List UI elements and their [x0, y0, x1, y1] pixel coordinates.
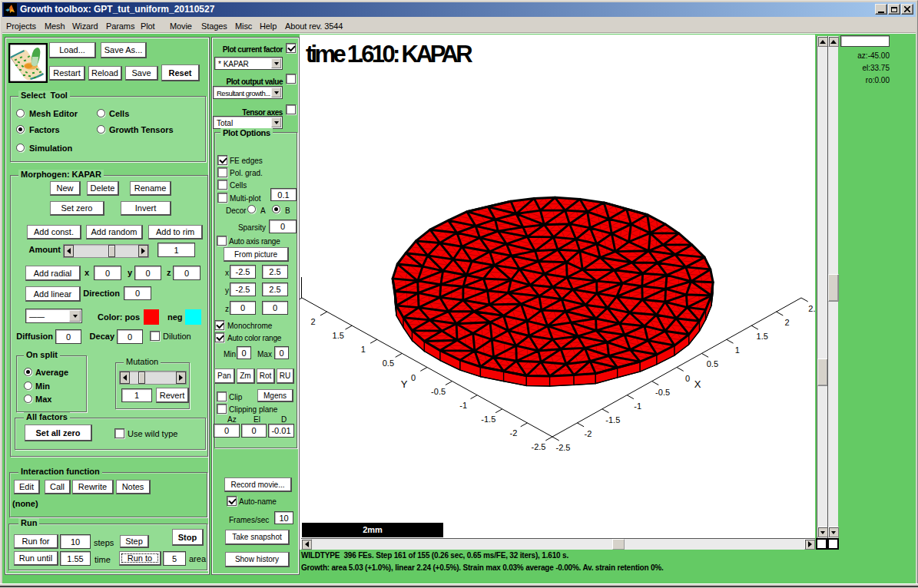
- svg-text:-0.5: -0.5: [655, 388, 670, 397]
- svg-text:-0.5: -0.5: [431, 387, 446, 396]
- svg-text:1.5: 1.5: [333, 331, 344, 340]
- svg-text:-2: -2: [585, 429, 592, 438]
- svg-text:1: 1: [361, 345, 366, 354]
- svg-text:0: 0: [685, 374, 690, 383]
- svg-text:1: 1: [735, 345, 740, 355]
- svg-text:0: 0: [411, 373, 416, 382]
- svg-text:-1.5: -1.5: [481, 415, 495, 424]
- svg-text:2: 2: [311, 317, 316, 326]
- svg-text:-2: -2: [510, 428, 518, 438]
- svg-text:-1: -1: [634, 401, 641, 411]
- svg-text:-1.5: -1.5: [605, 415, 620, 424]
- svg-text:0.5: 0.5: [707, 359, 718, 368]
- svg-text:1.5: 1.5: [757, 332, 768, 341]
- svg-text:-2.5: -2.5: [556, 443, 571, 452]
- svg-text:Y: Y: [401, 378, 408, 390]
- svg-text:0.5: 0.5: [383, 358, 394, 368]
- svg-text:2: 2: [785, 318, 790, 327]
- svg-text:-2.5: -2.5: [532, 442, 546, 451]
- svg-text:-1: -1: [459, 401, 467, 410]
- svg-text:X: X: [694, 378, 701, 390]
